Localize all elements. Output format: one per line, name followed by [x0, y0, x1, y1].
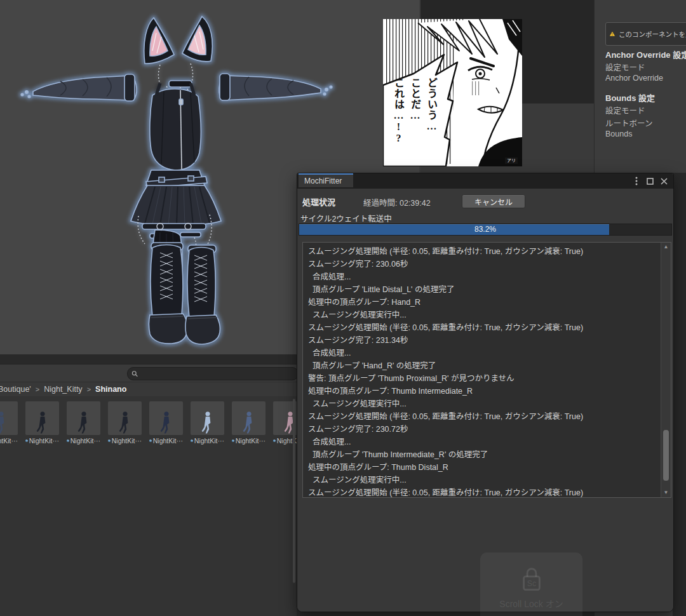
kebab-menu-icon[interactable]: [631, 175, 642, 187]
asset-thumbnail: [191, 401, 224, 435]
breadcrumb: Boutique' > Night_Kitty > Shinano: [0, 382, 297, 396]
log-line: スムージング処理開始 (半径: 0.05, 距離重み付け: True, ガウシア…: [308, 321, 661, 334]
root-bone-row: ルートボーン: [605, 117, 652, 129]
log-line: 頂点グループ 'Little Distal_L' の処理完了: [308, 283, 661, 296]
manga-dialogue: どういう… ことだ… これは…!?: [389, 77, 440, 168]
asset-tile[interactable]: NightKit···: [0, 401, 18, 445]
asset-label-row: NightKit···: [191, 437, 224, 445]
progress-percent: 83.2%: [299, 225, 671, 234]
prefab-cube-icon: [25, 438, 28, 444]
asset-thumbnail: [0, 401, 18, 435]
log-scrollbar[interactable]: ▲ ▼: [661, 243, 671, 497]
asset-name: NightKit···: [29, 437, 59, 445]
scroll-lock-toast: Sc Scroll Lock オン: [480, 552, 582, 616]
mochifitter-window: MochiFitter 処理状況 経過時間: 02:39:42 キャンセル サイ…: [297, 173, 674, 612]
prefab-cube-icon: [149, 438, 152, 444]
maximize-icon[interactable]: [645, 175, 656, 187]
scroll-down-icon[interactable]: ▼: [661, 489, 671, 497]
warning-text: このコンポーネントを正し: [619, 29, 686, 39]
avatar-figure-icon: [118, 411, 132, 435]
log-line: スムージング完了: 230.06秒: [308, 258, 661, 271]
log-line: 合成処理...: [308, 436, 661, 448]
status-label: 処理状況: [302, 196, 335, 208]
log-line: スムージング完了: 231.34秒: [308, 334, 661, 347]
log-line: 警告: 頂点グループ 'Thumb Proximal_R' が見つかりません: [308, 372, 661, 385]
asset-tile[interactable]: NightKit···: [191, 401, 224, 445]
log-line: 合成処理...: [308, 347, 661, 359]
breadcrumb-item-night-kitty[interactable]: Night_Kitty: [44, 385, 82, 394]
breadcrumb-item-boutique[interactable]: Boutique': [0, 385, 31, 394]
project-panel: Boutique' > Night_Kitty > Shinano: [0, 354, 297, 616]
project-panel-top-strip: [0, 354, 297, 365]
asset-name: NightKit···: [153, 437, 183, 445]
asset-thumbnail: [149, 401, 183, 435]
prefab-cube-icon: [273, 438, 276, 444]
asset-tile[interactable]: NightKit···: [149, 401, 183, 445]
scroll-up-icon[interactable]: ▲: [661, 243, 671, 251]
avatar-figure-icon: [242, 411, 256, 435]
asset-tile[interactable]: NightKit···: [108, 401, 142, 445]
bounds-row: Bounds: [605, 130, 632, 138]
log-line: スムージング処理開始 (半径: 0.05, 距離重み付け: True, ガウシア…: [308, 486, 661, 498]
log-area[interactable]: スムージング処理開始 (半径: 0.05, 距離重み付け: True, ガウシア…: [302, 242, 671, 498]
log-line: スムージング処理開始 (半径: 0.05, 距離重み付け: True, ガウシア…: [308, 245, 661, 258]
asset-tile[interactable]: NightKit···: [232, 401, 266, 445]
prefab-cube-icon: [67, 438, 69, 444]
cancel-button[interactable]: キャンセル: [462, 194, 525, 208]
log-line: スムージング処理実行中...: [308, 309, 661, 321]
breadcrumb-item-shinano[interactable]: Shinano: [95, 385, 126, 394]
asset-grid: NightKit···: [0, 401, 297, 445]
component-warning-box: このコンポーネントを正し: [605, 22, 686, 46]
asset-name: NightKit···: [112, 437, 142, 445]
log-line: 頂点グループ 'Hand_R' の処理完了: [308, 359, 661, 372]
avatar-figure-icon: [36, 411, 50, 435]
log-line: スムージング処理実行中...: [308, 474, 661, 486]
asset-label-row: NightKit···: [25, 437, 59, 445]
log-line: 合成処理...: [308, 271, 661, 283]
asset-thumbnail: [232, 401, 266, 435]
scrollbar-thumb[interactable]: [663, 430, 669, 481]
scroll-lock-label: Scroll Lock オン: [499, 597, 563, 610]
scroll-lock-icon: Sc: [519, 565, 544, 593]
anchor-setting-mode-row: 設定モード: [605, 61, 645, 73]
asset-tile[interactable]: NightKit···: [25, 401, 59, 445]
asset-thumbnail: [67, 401, 100, 435]
project-scrollbar[interactable]: [293, 399, 295, 583]
chevron-right-icon: >: [87, 385, 91, 393]
elapsed-time: 経過時間: 02:39:42: [363, 196, 431, 208]
search-input[interactable]: [140, 370, 294, 378]
asset-thumbnail: [108, 401, 142, 435]
prefab-cube-icon: [191, 438, 193, 444]
project-search-box[interactable]: [127, 367, 297, 380]
asset-thumbnail: [25, 401, 59, 435]
avatar-figure-icon: [201, 411, 215, 435]
svg-text:Sc: Sc: [527, 579, 535, 588]
asset-tile[interactable]: NightKit···: [67, 401, 100, 445]
anchor-override-section-title: Anchor Override 設定: [605, 48, 686, 60]
bounds-section-title: Bounds 設定: [605, 91, 655, 104]
unity-editor: どういう… ことだ… これは…!? アリ このコンポーネントを正し Anchor…: [0, 0, 686, 616]
anchor-override-row: Anchor Override: [605, 74, 663, 83]
avatar-figure-icon: [77, 411, 91, 435]
asset-label-row: NightKit···: [0, 437, 18, 445]
log-lines: スムージング処理開始 (半径: 0.05, 距離重み付け: True, ガウシア…: [303, 244, 661, 498]
current-phase-label: サイクル2ウェイト転送中: [300, 212, 392, 224]
log-line: スムージング完了: 230.72秒: [308, 423, 661, 436]
warning-icon: [610, 27, 615, 41]
window-body: 処理状況 経過時間: 02:39:42 キャンセル サイクル2ウェイト転送中 8…: [297, 189, 673, 612]
log-line: 処理中の頂点グループ: Hand_R: [308, 296, 661, 309]
titlebar-icons: [631, 173, 669, 189]
avatar-figure-icon: [0, 411, 8, 435]
prefab-cube-icon: [108, 438, 111, 444]
chevron-right-icon: >: [36, 385, 39, 393]
tab-mochifitter[interactable]: MochiFitter: [299, 173, 353, 187]
progress-bar: 83.2%: [299, 224, 672, 236]
close-icon[interactable]: [659, 175, 669, 187]
asset-label-row: NightKit···: [108, 437, 142, 445]
window-titlebar[interactable]: MochiFitter: [297, 173, 673, 189]
log-line: 処理中の頂点グループ: Thumb Intermediate_R: [308, 385, 661, 398]
asset-name: NightKit···: [71, 437, 100, 445]
asset-label-row: NightKit···: [67, 437, 100, 445]
right-edge-panel: [673, 173, 686, 616]
asset-name: NightKit···: [236, 437, 266, 445]
